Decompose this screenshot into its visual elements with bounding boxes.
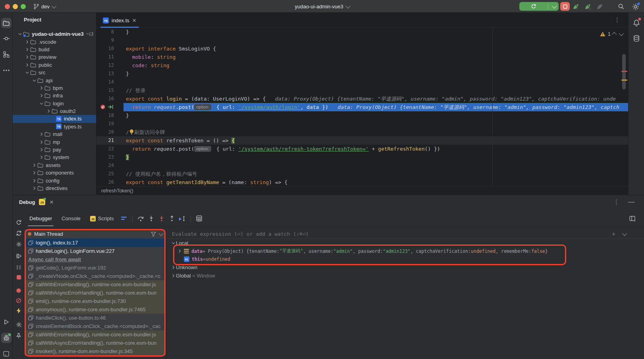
frame-row[interactable]: _createVNode.onClick._cache.<computed>._… [25, 272, 166, 280]
chevron-right-icon[interactable] [45, 109, 52, 113]
close-tab-icon[interactable]: ✕ [132, 17, 137, 23]
gutter-line-number[interactable]: 9 [96, 36, 123, 45]
code-text[interactable]: // 使用租户名，获得租户编号 [123, 170, 628, 178]
chevron-right-icon[interactable] [24, 63, 30, 67]
gutter-line-number[interactable]: 20 [96, 128, 123, 136]
code-text[interactable]: code: string [123, 61, 628, 70]
tree-item-pay[interactable]: pay [13, 146, 96, 153]
tree-item-assets[interactable]: assets [13, 161, 96, 169]
exception-breakpoints-icon[interactable] [13, 305, 24, 316]
tree-item-preview[interactable]: preview [13, 53, 96, 61]
resume-program-icon[interactable] [13, 228, 24, 238]
frame-row[interactable]: callWithAsyncErrorHandling(), runtime-co… [25, 339, 166, 347]
gutter-line-number[interactable]: 26 [96, 178, 123, 186]
step-out-icon[interactable] [167, 213, 177, 224]
more-toolwindows-icon[interactable] [1, 65, 12, 76]
chevron-right-icon[interactable] [24, 40, 30, 44]
code-text[interactable]: export const refreshToken = () => { [123, 136, 628, 145]
tab-console[interactable]: Console [57, 211, 85, 226]
chevron-right-icon[interactable] [38, 93, 44, 98]
rerun-debug-icon[interactable] [13, 217, 24, 227]
gutter-line-number[interactable]: 13 [96, 70, 123, 78]
step-into-icon[interactable] [146, 213, 156, 224]
run-to-cursor-icon[interactable] [177, 213, 187, 224]
tree-item-mp[interactable]: mp [13, 138, 96, 146]
gutter-line-number[interactable]: 22 [96, 145, 123, 153]
code-line-10[interactable]: 10export interface SmsLoginVO { [96, 45, 628, 53]
warning-stripe-mark[interactable] [621, 80, 627, 81]
gutter-line-number[interactable]: 16 [96, 95, 123, 103]
gutter-line-number[interactable]: 11 [96, 53, 123, 61]
frame-row[interactable]: getCode(), LoginForm.vue:192 [25, 264, 166, 272]
chevron-down-icon[interactable] [24, 70, 30, 75]
code-text[interactable]: } [123, 28, 628, 36]
code-text[interactable]: // 登录 [123, 86, 628, 95]
code-text[interactable]: return request.post(option: { url: '/sys… [123, 145, 628, 153]
code-text[interactable]: } [123, 111, 628, 120]
profiler-pause-icon[interactable] [584, 3, 592, 10]
gutter-line-number[interactable]: 24 [96, 161, 123, 170]
code-line-16[interactable]: 16export const login = (data: UserLoginV… [96, 95, 628, 103]
code-text[interactable] [123, 78, 628, 86]
inspections-widget[interactable]: 1 [600, 31, 623, 37]
database-icon[interactable] [631, 33, 642, 44]
variable-data[interactable]: data = Proxy(Object) {tenantName: "芋道源码"… [166, 247, 644, 256]
scope-unknown[interactable]: Unknown [166, 264, 644, 272]
tree-item-bpm[interactable]: bpm [13, 84, 96, 92]
code-line-22[interactable]: 22 return request.post(option: { url: '/… [96, 145, 628, 153]
code-text[interactable]: return request.post(option: { url: '/sys… [123, 103, 628, 111]
frame-row[interactable]: handleLogin(), LoginForm.vue:227 [25, 247, 166, 255]
thread-selector[interactable]: Main Thread [25, 229, 166, 239]
frame-row[interactable]: callWithAsyncErrorHandling(), runtime-co… [25, 289, 166, 297]
gutter-breakpoint[interactable] [96, 103, 123, 111]
code-line-8[interactable]: 8} [96, 28, 628, 36]
tree-item-yudao-ui-admin-vue3[interactable]: yudao-ui-admin-vue3~/J [13, 30, 96, 38]
frame-row[interactable]: Async call from await [25, 255, 166, 264]
mute-breakpoints-icon[interactable] [13, 295, 24, 306]
chevron-right-icon[interactable] [24, 55, 30, 59]
gutter-line-number[interactable]: 10 [96, 45, 123, 53]
stop-debug-icon[interactable] [13, 272, 24, 282]
show-execution-point-icon[interactable] [13, 251, 24, 261]
window-controls[interactable] [5, 4, 26, 9]
tree-item-mall[interactable]: mall [13, 130, 96, 138]
frame-row[interactable]: emit(), runtime-core.esm-bundler.js:730 [25, 297, 166, 305]
threads-view-icon[interactable] [119, 213, 129, 224]
hide-debug-panel-icon[interactable]: — [628, 198, 634, 206]
debug-panel-header[interactable]: Debug JS ✕ ⋮ — [13, 195, 644, 209]
code-line-23[interactable]: 23} [96, 153, 628, 161]
force-step-into-icon[interactable] [156, 213, 167, 224]
code-text[interactable] [123, 36, 628, 45]
frame-row[interactable]: login(), index.ts:17 [25, 239, 166, 247]
view-breakpoints-icon[interactable] [13, 285, 24, 296]
tree-item--vscode[interactable]: .vscode [13, 38, 96, 45]
pin-tab-icon[interactable] [13, 330, 24, 341]
scope-global[interactable]: Global = Window [166, 272, 644, 280]
code-line-12[interactable]: 12 code: string [96, 61, 628, 70]
code-text[interactable]: } [123, 153, 628, 161]
chevron-right-icon[interactable] [38, 86, 44, 90]
tree-item-build[interactable]: build [13, 46, 96, 53]
tree-item-api[interactable]: api [13, 76, 96, 84]
chevron-down-icon[interactable] [17, 32, 23, 36]
run-toolwindow-icon[interactable] [1, 317, 12, 327]
code-text[interactable]: export interface SmsLoginVO { [123, 45, 628, 53]
tree-item-index-ts[interactable]: TSindex.ts [13, 115, 96, 122]
code-line-26[interactable]: 26export const getTenantIdByName = (name… [96, 178, 628, 186]
project-toolwindow-icon[interactable] [1, 18, 12, 28]
code-text[interactable] [123, 120, 628, 128]
filter-funnel-icon[interactable] [151, 232, 156, 237]
rerun-run-configuration-button[interactable] [519, 2, 559, 11]
chevron-right-icon[interactable] [31, 163, 37, 167]
add-watch-icon[interactable]: + [612, 231, 615, 238]
maximize-window-button[interactable] [21, 4, 26, 9]
code-line-20[interactable]: 20/刷新访问令牌 [96, 128, 628, 136]
project-selector[interactable]: yudao-ui-admin-vue3 [291, 2, 352, 11]
minimize-window-button[interactable] [13, 4, 18, 9]
gutter-line-number[interactable]: 21 [96, 136, 123, 145]
code-text[interactable]: export const getTenantIdByName = (name: … [123, 178, 628, 186]
code-line-14[interactable]: 14 [96, 78, 628, 86]
code-line-24[interactable]: 24 [96, 161, 628, 170]
code-line-25[interactable]: 25// 使用租户名，获得租户编号 [96, 170, 628, 178]
commit-toolwindow-icon[interactable] [1, 33, 12, 44]
